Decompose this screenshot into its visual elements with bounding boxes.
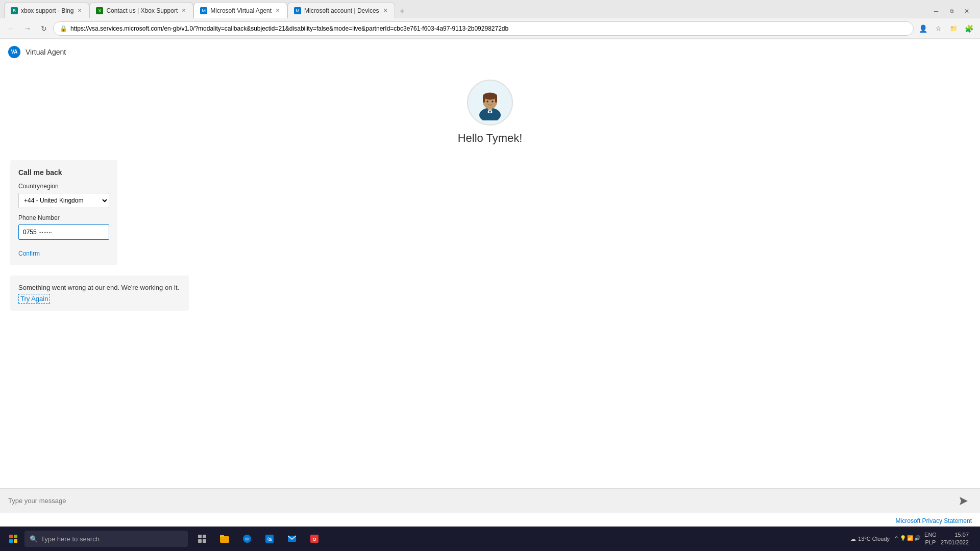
svg-rect-10 (489, 111, 491, 113)
file-explorer-button[interactable] (214, 529, 235, 549)
forward-button[interactable]: → (20, 21, 35, 36)
tab-title-4: Microsoft account | Devices (304, 7, 379, 14)
taskbar-app-icons: 🛍 O (192, 529, 325, 549)
tab-close-1[interactable]: ✕ (77, 7, 83, 14)
show-desktop-button[interactable] (973, 530, 976, 548)
profile-button[interactable]: 👤 (916, 21, 930, 36)
taskbar-right: ☁ 13°C Cloudy ⌃ 💡 📶 🔊 ENG PLP 15:07 27/0… (850, 527, 976, 551)
avatar-svg (472, 85, 508, 120)
network-icon[interactable]: 📶 (907, 535, 913, 542)
greeting-text: Hello Tymek! (458, 132, 523, 145)
refresh-button[interactable]: ↻ (37, 21, 51, 36)
avatar-section: Hello Tymek! (10, 74, 970, 145)
error-message: Something went wrong at our end. We're w… (18, 284, 181, 291)
call-me-back-card: Call me back Country/region +44 - United… (10, 160, 117, 265)
app-logo: VA (8, 46, 20, 58)
tab-favicon-2: X (96, 7, 103, 14)
lock-icon: 🔒 (60, 25, 67, 32)
weather-widget[interactable]: ☁ 13°C Cloudy (850, 536, 890, 542)
privacy-footer: Microsoft Privacy Statement (896, 517, 972, 524)
volume-icon[interactable]: 🔊 (914, 535, 920, 542)
phone-input[interactable] (18, 224, 109, 240)
address-bar[interactable]: 🔒 (53, 21, 914, 36)
svg-point-4 (483, 92, 497, 99)
tab-favicon-4: M (294, 7, 301, 14)
country-select[interactable]: +44 - United Kingdom (18, 193, 109, 208)
url-input[interactable] (70, 25, 907, 32)
app-title: Virtual Agent (26, 48, 66, 56)
message-input[interactable] (8, 497, 951, 505)
edge-button[interactable] (237, 529, 257, 549)
tab-close-4[interactable]: ✕ (382, 7, 388, 14)
favorites-button[interactable]: ☆ (931, 21, 945, 36)
taskview-button[interactable] (192, 529, 212, 549)
new-tab-button[interactable]: + (395, 4, 409, 18)
language-text: ENG (924, 531, 937, 539)
svg-rect-6 (495, 96, 497, 103)
office-icon: O (310, 534, 319, 543)
store-icon: 🛍 (265, 534, 274, 543)
store-button[interactable]: 🛍 (259, 529, 280, 549)
taskbar: 🔍 Type here to search (0, 527, 980, 551)
tab-close-3[interactable]: ✕ (275, 7, 281, 14)
chat-area: Hello Tymek! Call me back Country/region… (0, 64, 980, 513)
tab-title-1: xbox support - Bing (21, 7, 74, 14)
tab-title-3: Microsoft Virtual Agent (210, 7, 272, 14)
tray-up-icon[interactable]: ⌃ (894, 535, 899, 542)
close-button[interactable]: ✕ (960, 4, 974, 18)
svg-rect-14 (198, 539, 202, 543)
clock-time: 15:07 (941, 531, 969, 539)
svg-text:🛍: 🛍 (267, 536, 272, 542)
weather-icon: ☁ (850, 536, 856, 542)
mail-button[interactable] (282, 529, 302, 549)
minimize-button[interactable]: ─ (929, 4, 943, 18)
nav-right-buttons: 👤 ☆ 📁 🧩 (916, 21, 976, 36)
svg-rect-13 (203, 535, 206, 538)
try-again-button[interactable]: Try Again (18, 294, 50, 304)
file-explorer-icon (219, 534, 230, 543)
nav-bar: ← → ↻ 🔒 👤 ☆ 📁 🧩 (0, 18, 980, 39)
taskbar-search-text: Type here to search (41, 535, 100, 543)
tab-virtual-agent[interactable]: M Microsoft Virtual Agent ✕ (193, 2, 287, 18)
phone-section: Phone Number (18, 214, 109, 240)
svg-point-8 (492, 101, 494, 103)
svg-point-7 (486, 101, 488, 103)
tab-favicon-3: M (200, 7, 207, 14)
svg-rect-15 (203, 539, 206, 543)
svg-rect-5 (483, 96, 485, 103)
language-display[interactable]: ENG PLP (924, 531, 937, 547)
tab-bar: B xbox support - Bing ✕ X Contact us | X… (0, 0, 980, 18)
svg-text:O: O (312, 537, 316, 542)
browser-chrome: B xbox support - Bing ✕ X Contact us | X… (0, 0, 980, 39)
confirm-link[interactable]: Confirm (18, 250, 40, 257)
restore-button[interactable]: ⧉ (944, 4, 959, 18)
back-button[interactable]: ← (4, 21, 18, 36)
tab-close-2[interactable]: ✕ (181, 7, 187, 14)
search-icon: 🔍 (30, 535, 38, 543)
message-input-bar (0, 488, 980, 513)
taskbar-search[interactable]: 🔍 Type here to search (24, 531, 188, 547)
tab-msa-devices[interactable]: M Microsoft account | Devices ✕ (287, 2, 395, 18)
privacy-link[interactable]: Microsoft Privacy Statement (896, 517, 972, 524)
extensions-button[interactable]: 🧩 (962, 21, 976, 36)
tray-icon-1[interactable]: 💡 (900, 535, 906, 542)
app-header: VA Virtual Agent (0, 39, 980, 65)
windows-icon (9, 535, 17, 543)
weather-text: 13°C Cloudy (858, 536, 890, 542)
error-card: Something went wrong at our end. We're w… (10, 276, 189, 311)
tab-xbox-bing[interactable]: B xbox support - Bing ✕ (4, 2, 89, 18)
phone-label: Phone Number (18, 214, 109, 221)
clock-date: 27/01/2022 (941, 539, 969, 546)
taskbar-clock[interactable]: 15:07 27/01/2022 (941, 531, 969, 547)
send-button[interactable] (955, 493, 972, 509)
country-label: Country/region (18, 183, 109, 190)
taskview-icon (198, 534, 207, 543)
edge-icon (242, 534, 252, 543)
mode-text: PLP (924, 539, 937, 546)
tab-title-2: Contact us | Xbox Support (106, 7, 178, 14)
tab-xbox-support[interactable]: X Contact us | Xbox Support ✕ (89, 2, 193, 18)
office-button[interactable]: O (304, 529, 325, 549)
mail-icon (287, 534, 297, 543)
start-button[interactable] (4, 530, 22, 548)
collections-button[interactable]: 📁 (946, 21, 961, 36)
